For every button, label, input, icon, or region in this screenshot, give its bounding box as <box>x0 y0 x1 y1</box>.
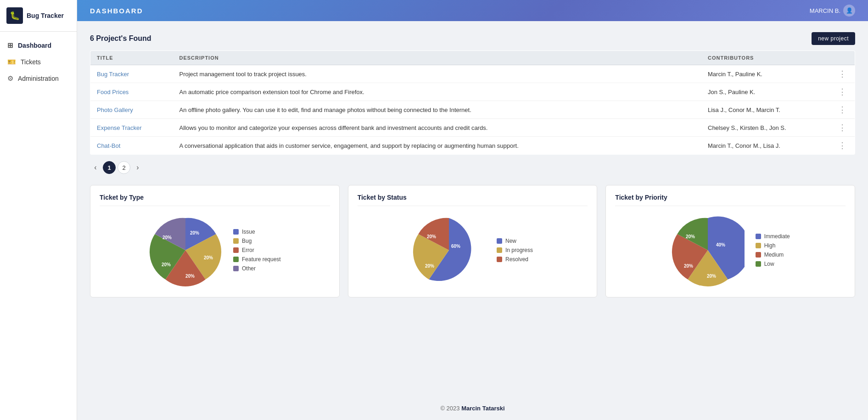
project-title-cell: Photo Gallery <box>90 101 173 119</box>
pagination: ‹ 1 2 › <box>90 161 855 174</box>
project-link[interactable]: Photo Gallery <box>97 106 133 113</box>
sidebar-item-label: Dashboard <box>18 42 51 49</box>
row-menu-button[interactable]: ⋮ <box>836 69 848 78</box>
legend-medium: Medium <box>756 252 790 258</box>
legend-new: New <box>497 238 533 244</box>
legend-dot-feature <box>233 257 239 262</box>
col-contributors: CONTRIBUTORS <box>701 51 830 65</box>
table-row: Expense Tracker Allows you to monitor an… <box>90 119 855 137</box>
legend-inprogress: In progress <box>497 247 533 253</box>
project-title-cell: Expense Tracker <box>90 119 173 137</box>
project-description-cell: A conversational application that aids i… <box>173 137 702 155</box>
row-menu-button[interactable]: ⋮ <box>836 87 848 96</box>
sidebar-item-dashboard[interactable]: ⊞ Dashboard <box>0 37 77 54</box>
project-action-cell: ⋮ <box>830 101 855 119</box>
chart-status-legend: New In progress Resolved <box>497 238 533 263</box>
project-description-cell: Project management tool to track project… <box>173 65 702 83</box>
project-link[interactable]: Bug Tracker <box>97 71 129 78</box>
legend-label-medium: Medium <box>764 252 784 258</box>
legend-high: High <box>756 242 790 249</box>
sidebar-nav: ⊞ Dashboard 🎫 Tickets ⚙ Administration <box>0 32 77 92</box>
project-description-cell: An offline photo gallery. You can use it… <box>173 101 702 119</box>
project-action-cell: ⋮ <box>830 83 855 101</box>
app-logo: 🐛 Bug Tracker <box>0 0 77 32</box>
content-area: 6 Project's Found new project TITLE DESC… <box>77 21 868 397</box>
avatar: 👤 <box>843 5 855 17</box>
legend-resolved: Resolved <box>497 256 533 263</box>
dashboard-icon: ⊞ <box>7 41 13 50</box>
svg-text:20%: 20% <box>684 263 693 269</box>
legend-label-other: Other <box>242 265 256 272</box>
chart-ticket-priority: Ticket by Priority 40% 20% <box>605 185 855 297</box>
legend-label-high: High <box>764 242 776 249</box>
charts-row: Ticket by Type 20% <box>90 185 855 297</box>
project-link[interactable]: Chat-Bot <box>97 142 120 149</box>
legend-dot-other <box>233 266 239 271</box>
prev-page-button[interactable]: ‹ <box>90 162 101 173</box>
legend-error: Error <box>233 247 281 253</box>
administration-icon: ⚙ <box>7 74 13 83</box>
sidebar-item-administration[interactable]: ⚙ Administration <box>0 70 77 87</box>
row-menu-button[interactable]: ⋮ <box>836 123 848 132</box>
chart-type-legend: Issue Bug Error Feature request <box>233 229 281 272</box>
project-title-cell: Food Prices <box>90 83 173 101</box>
chart-status-title: Ticket by Status <box>358 194 588 206</box>
legend-bug: Bug <box>233 238 281 244</box>
sidebar: 🐛 Bug Tracker ⊞ Dashboard 🎫 Tickets ⚙ Ad… <box>0 0 77 420</box>
header-user: MARCIN B. 👤 <box>810 5 855 17</box>
user-name: MARCIN B. <box>810 7 840 14</box>
project-action-cell: ⋮ <box>830 65 855 83</box>
project-description-cell: Allows you to monitor and categorize you… <box>173 119 702 137</box>
col-action <box>830 51 855 65</box>
table-row: Chat-Bot A conversational application th… <box>90 137 855 155</box>
page-button-1[interactable]: 1 <box>103 161 116 174</box>
logo-icon: 🐛 <box>6 7 23 24</box>
chart-ticket-type: Ticket by Type 20% <box>90 185 340 297</box>
legend-label-immediate: Immediate <box>764 233 790 240</box>
legend-label-error: Error <box>242 247 254 253</box>
sidebar-item-label: Tickets <box>21 58 41 66</box>
tickets-icon: 🎫 <box>7 58 16 66</box>
row-menu-button[interactable]: ⋮ <box>836 141 848 150</box>
legend-dot-low <box>756 261 761 267</box>
page-button-2[interactable]: 2 <box>118 161 130 174</box>
svg-text:20%: 20% <box>190 230 199 235</box>
sidebar-item-tickets[interactable]: 🎫 Tickets <box>0 54 77 70</box>
svg-text:40%: 40% <box>716 242 725 247</box>
legend-dot-issue <box>233 229 239 235</box>
legend-low: Low <box>756 261 790 267</box>
footer: © 2023 Marcin Tatarski <box>77 397 868 420</box>
legend-other: Other <box>233 265 281 272</box>
chart-priority-svg: 40% 20% 20% 20% <box>671 213 745 287</box>
section-header: 6 Project's Found new project <box>90 32 855 45</box>
legend-dot-error <box>233 247 239 253</box>
project-contributors-cell: Lisa J., Conor M., Marcin T. <box>701 101 830 119</box>
col-description: DESCRIPTION <box>173 51 702 65</box>
row-menu-button[interactable]: ⋮ <box>836 105 848 114</box>
chart-status-content: 60% 20% 20% New In progress <box>358 213 588 287</box>
svg-text:60%: 60% <box>451 244 460 249</box>
legend-label-new: New <box>505 238 516 244</box>
table-row: Photo Gallery An offline photo gallery. … <box>90 101 855 119</box>
project-link[interactable]: Expense Tracker <box>97 124 142 131</box>
svg-text:20%: 20% <box>162 262 171 267</box>
chart-type-title: Ticket by Type <box>100 194 330 206</box>
project-contributors-cell: Chelsey S., Kirsten B., Jon S. <box>701 119 830 137</box>
header: DASHBOARD MARCIN B. 👤 <box>77 0 868 21</box>
chart-status-svg: 60% 20% 20% <box>412 213 486 287</box>
chart-priority-title: Ticket by Priority <box>615 194 846 206</box>
legend-label-low: Low <box>764 261 774 267</box>
project-link[interactable]: Food Prices <box>97 89 129 95</box>
table-row: Food Prices An automatic price compariso… <box>90 83 855 101</box>
svg-text:20%: 20% <box>185 274 195 279</box>
project-contributors-cell: Marcin T., Pauline K. <box>701 65 830 83</box>
svg-text:20%: 20% <box>427 234 436 239</box>
legend-label-feature: Feature request <box>242 256 281 263</box>
svg-text:20%: 20% <box>425 263 434 269</box>
project-contributors-cell: Marcin T., Conor M., Lisa J. <box>701 137 830 155</box>
projects-found: 6 Project's Found <box>90 34 151 43</box>
next-page-button[interactable]: › <box>132 162 143 173</box>
new-project-button[interactable]: new project <box>812 32 855 45</box>
legend-feature: Feature request <box>233 256 281 263</box>
legend-issue: Issue <box>233 229 281 235</box>
